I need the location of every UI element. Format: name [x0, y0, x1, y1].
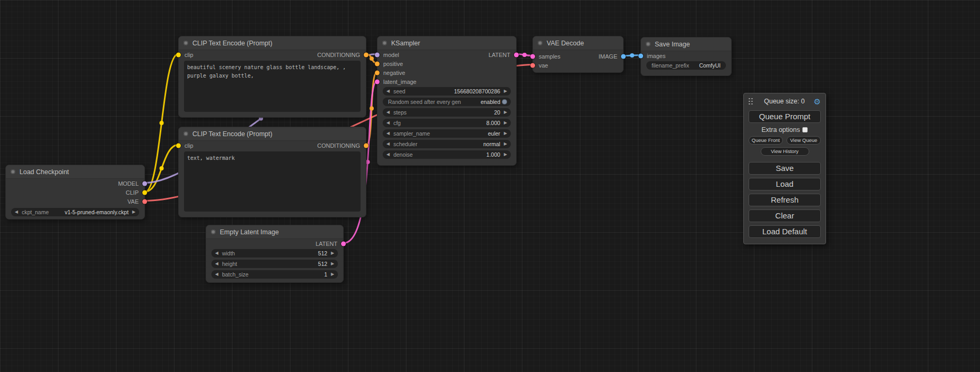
- node-title-bar[interactable]: CLIP Text Encode (Prompt): [179, 127, 366, 141]
- load-button[interactable]: Load: [749, 178, 821, 190]
- increment-icon[interactable]: ▶: [331, 262, 334, 266]
- random-seed-toggle-widget[interactable]: Random seed after every gen enabled: [383, 98, 511, 106]
- node-empty-latent-image[interactable]: Empty Latent Image LATENT ◀ width 512 ▶ …: [206, 225, 344, 283]
- combo-next-icon[interactable]: ▶: [132, 210, 135, 214]
- clear-button[interactable]: Clear: [749, 209, 821, 222]
- positive-input-port[interactable]: [375, 61, 380, 66]
- increment-icon[interactable]: ▶: [504, 152, 507, 157]
- slot-label: vae: [539, 62, 548, 69]
- node-title-bar[interactable]: Save Image: [641, 37, 731, 51]
- samples-input-port[interactable]: [530, 54, 535, 59]
- increment-icon[interactable]: ▶: [331, 272, 334, 276]
- settings-gear-icon[interactable]: ⚙: [814, 98, 821, 106]
- node-title-bar[interactable]: Load Checkpoint: [6, 165, 144, 179]
- latent-image-input-port[interactable]: [375, 79, 380, 84]
- vae-input-port[interactable]: [530, 63, 535, 68]
- scheduler-combo-widget[interactable]: ◀ scheduler normal ▶: [383, 140, 511, 148]
- model-input-port[interactable]: [375, 52, 380, 57]
- negative-input-port[interactable]: [375, 70, 380, 75]
- node-graph-canvas[interactable]: Load Checkpoint MODEL CLIP VAE ◀ ckpt_na…: [0, 0, 980, 372]
- node-clip-text-encode-negative[interactable]: CLIP Text Encode (Prompt) clip CONDITION…: [178, 127, 366, 217]
- combo-next-icon[interactable]: ▶: [504, 131, 507, 136]
- queue-panel-header: Queue size: 0 ⚙: [749, 96, 821, 107]
- increment-icon[interactable]: ▶: [504, 121, 507, 125]
- node-load-checkpoint[interactable]: Load Checkpoint MODEL CLIP VAE ◀ ckpt_na…: [5, 165, 145, 220]
- load-default-button[interactable]: Load Default: [749, 225, 821, 238]
- image-output-port[interactable]: [621, 54, 626, 59]
- node-title-bar[interactable]: Empty Latent Image: [206, 225, 343, 239]
- decrement-icon[interactable]: ◀: [386, 89, 390, 93]
- view-history-button[interactable]: View History: [761, 147, 809, 156]
- images-input-port[interactable]: [638, 53, 643, 58]
- collapse-toggle-icon[interactable]: [183, 41, 188, 45]
- model-output-port[interactable]: [142, 181, 147, 186]
- sampler-name-combo-widget[interactable]: ◀ sampler_name euler ▶: [383, 129, 511, 138]
- extra-options-checkbox[interactable]: [802, 127, 808, 132]
- toggle-knob-icon[interactable]: [502, 99, 507, 104]
- drag-handle-icon[interactable]: [749, 98, 753, 105]
- collapse-toggle-icon[interactable]: [382, 41, 387, 45]
- conditioning-output-port[interactable]: [364, 52, 368, 57]
- node-title-bar[interactable]: KSampler: [377, 36, 516, 50]
- output-slot-latent: LATENT: [206, 239, 343, 248]
- conditioning-output-port[interactable]: [364, 143, 368, 148]
- combo-next-icon[interactable]: ▶: [504, 142, 507, 146]
- collapse-toggle-icon[interactable]: [646, 42, 651, 46]
- collapse-toggle-icon[interactable]: [538, 41, 542, 45]
- slot-row: images: [641, 51, 731, 60]
- slot-label: LATENT: [489, 52, 510, 58]
- node-title-bar[interactable]: CLIP Text Encode (Prompt): [179, 36, 366, 50]
- prompt-textarea[interactable]: text, watermark: [184, 151, 361, 212]
- slot-label: LATENT: [316, 241, 337, 247]
- slot-label: CLIP: [126, 189, 139, 196]
- widget-label: batch_size: [222, 271, 248, 278]
- increment-icon[interactable]: ▶: [504, 89, 507, 93]
- decrement-icon[interactable]: ◀: [215, 272, 218, 276]
- denoise-number-widget[interactable]: ◀ denoise 1.000 ▶: [383, 150, 511, 159]
- width-number-widget[interactable]: ◀ width 512 ▶: [211, 249, 338, 257]
- node-ksampler[interactable]: KSampler model LATENT positive negative …: [377, 36, 517, 166]
- save-button[interactable]: Save: [749, 162, 821, 175]
- link-midpoint-dot: [160, 121, 164, 125]
- cfg-number-widget[interactable]: ◀ cfg 8.000 ▶: [383, 119, 511, 127]
- node-save-image[interactable]: Save Image images filename_prefix ComfyU…: [641, 37, 732, 76]
- ckpt-name-combo-widget[interactable]: ◀ ckpt_name v1-5-pruned-emaonly.ckpt ▶: [11, 208, 139, 216]
- link-midpoint-dot: [522, 53, 527, 57]
- widget-label: cfg: [393, 120, 401, 126]
- link-midpoint-dot: [160, 166, 164, 170]
- queue-prompt-button[interactable]: Queue Prompt: [749, 110, 821, 123]
- combo-prev-icon[interactable]: ◀: [15, 210, 18, 214]
- collapse-toggle-icon[interactable]: [211, 230, 216, 234]
- decrement-icon[interactable]: ◀: [386, 121, 390, 125]
- view-queue-button[interactable]: View Queue: [787, 136, 821, 145]
- latent-output-port[interactable]: [341, 241, 346, 246]
- height-number-widget[interactable]: ◀ height 512 ▶: [211, 260, 338, 268]
- collapse-toggle-icon[interactable]: [183, 131, 188, 136]
- latent-output-port[interactable]: [514, 52, 519, 57]
- vae-output-port[interactable]: [142, 199, 147, 204]
- collapse-toggle-icon[interactable]: [11, 169, 15, 174]
- clip-output-port[interactable]: [142, 190, 147, 195]
- prompt-textarea[interactable]: beautiful scenery nature glass bottle la…: [184, 61, 361, 112]
- decrement-icon[interactable]: ◀: [386, 152, 390, 157]
- slot-label: VAE: [128, 198, 139, 205]
- combo-prev-icon[interactable]: ◀: [386, 131, 390, 136]
- decrement-icon[interactable]: ◀: [215, 262, 218, 266]
- node-vae-decode[interactable]: VAE Decode samples IMAGE vae: [532, 36, 624, 73]
- decrement-icon[interactable]: ◀: [386, 110, 390, 115]
- filename-prefix-text-widget[interactable]: filename_prefix ComfyUI: [646, 61, 726, 70]
- node-clip-text-encode-positive[interactable]: CLIP Text Encode (Prompt) clip CONDITION…: [178, 36, 366, 118]
- clip-input-port[interactable]: [176, 52, 181, 57]
- clip-input-port[interactable]: [176, 143, 181, 148]
- queue-front-button[interactable]: Queue Front: [749, 136, 783, 145]
- decrement-icon[interactable]: ◀: [215, 251, 218, 255]
- seed-number-widget[interactable]: ◀ seed 156680208700286 ▶: [383, 87, 511, 96]
- batch-size-number-widget[interactable]: ◀ batch_size 1 ▶: [211, 270, 338, 279]
- refresh-button[interactable]: Refresh: [749, 194, 821, 206]
- increment-icon[interactable]: ▶: [331, 251, 334, 255]
- increment-icon[interactable]: ▶: [504, 110, 507, 115]
- widget-value: enabled: [481, 99, 500, 105]
- combo-prev-icon[interactable]: ◀: [386, 142, 390, 146]
- steps-number-widget[interactable]: ◀ steps 20 ▶: [383, 108, 511, 117]
- node-title-bar[interactable]: VAE Decode: [533, 36, 623, 50]
